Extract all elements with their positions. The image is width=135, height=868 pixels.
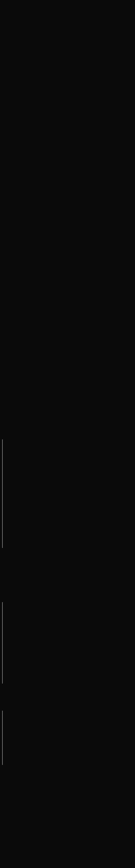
vertical-line-3 bbox=[2, 711, 3, 765]
site-title bbox=[0, 5, 135, 8]
vertical-line-1 bbox=[2, 439, 3, 548]
chart-area bbox=[0, 5, 135, 868]
vertical-line-2 bbox=[2, 602, 3, 684]
